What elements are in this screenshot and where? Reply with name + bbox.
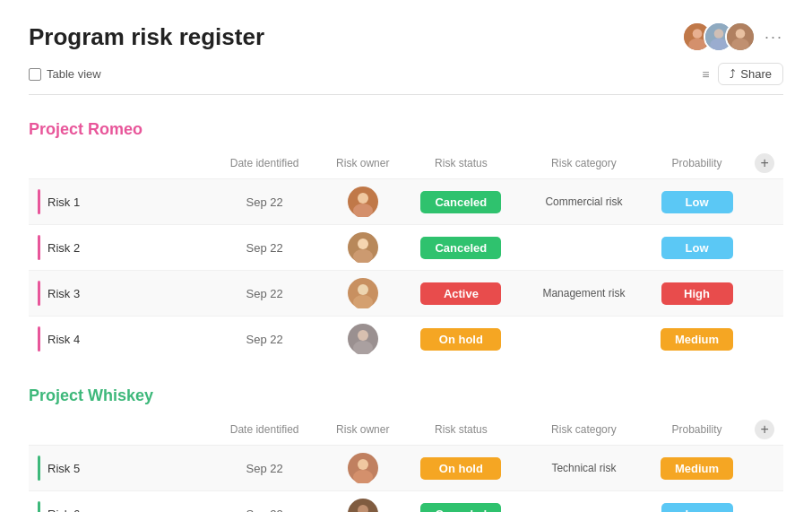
avatar-3[interactable] <box>725 22 756 52</box>
svg-point-22 <box>358 459 368 470</box>
add-row-button-whiskey[interactable]: + <box>755 420 774 439</box>
risk-status-cell[interactable]: Canceled <box>402 179 521 225</box>
more-options-button[interactable]: ··· <box>764 28 783 47</box>
probability-badge[interactable]: Low <box>661 237 733 259</box>
col-name-header <box>29 148 205 179</box>
risk-category-cell <box>520 491 648 513</box>
toolbar: Table view ≡ ⤴ Share <box>29 63 783 95</box>
svg-point-1 <box>693 29 703 39</box>
risk-action-cell <box>746 271 783 317</box>
probability-badge[interactable]: Low <box>661 191 733 213</box>
risk-probability-cell[interactable]: Low <box>648 225 747 271</box>
user-avatars <box>682 22 756 52</box>
risk-category-cell: Commercial risk <box>520 179 648 225</box>
risk-name-cell: Risk 6 <box>29 491 205 513</box>
risk-owner-cell[interactable] <box>324 446 402 491</box>
risk-name[interactable]: Risk 3 <box>48 287 80 300</box>
owner-avatar <box>348 187 378 217</box>
share-icon: ⤴ <box>730 67 736 81</box>
romeo-table: Date identified Risk owner Risk status R… <box>29 148 783 361</box>
project-romeo-title: Project Romeo <box>29 120 783 139</box>
project-romeo-section: Project Romeo Date identified Risk owner… <box>29 120 783 361</box>
share-button[interactable]: ⤴ Share <box>718 63 783 85</box>
page-header: Program risk register <box>29 22 783 52</box>
row-indicator <box>38 235 40 260</box>
status-badge[interactable]: On hold <box>420 328 501 351</box>
risk-probability-cell[interactable]: Low <box>648 491 747 513</box>
table-row: Risk 3 Sep 22 Active Management risk Hig… <box>29 271 783 317</box>
col-status-header: Risk status <box>402 148 521 179</box>
risk-action-cell <box>746 179 783 225</box>
risk-owner-cell[interactable] <box>324 271 402 317</box>
whiskey-table: Date identified Risk owner Risk status R… <box>29 414 783 512</box>
svg-point-10 <box>358 193 368 204</box>
risk-action-cell <box>746 446 783 491</box>
risk-name[interactable]: Risk 5 <box>48 462 80 475</box>
table-row: Risk 6 Sep 22 Canceled Low <box>29 491 783 513</box>
table-row: Risk 4 Sep 22 On hold Medium <box>29 317 783 362</box>
share-label: Share <box>740 67 772 81</box>
risk-name[interactable]: Risk 4 <box>48 333 80 346</box>
checkbox-icon <box>29 68 41 81</box>
risk-category-cell <box>520 225 648 271</box>
status-badge[interactable]: Canceled <box>420 237 501 259</box>
svg-point-7 <box>736 29 746 39</box>
risk-action-cell <box>746 317 783 362</box>
status-badge[interactable]: Canceled <box>420 503 501 513</box>
risk-probability-cell[interactable]: Low <box>648 179 747 225</box>
risk-probability-cell[interactable]: High <box>648 271 747 317</box>
risk-probability-cell[interactable]: Medium <box>648 317 747 362</box>
project-whiskey-title: Project Whiskey <box>29 386 783 405</box>
risk-status-cell[interactable]: Canceled <box>402 225 521 271</box>
risk-status-cell[interactable]: On hold <box>402 317 521 362</box>
probability-badge[interactable]: Medium <box>661 328 733 351</box>
svg-point-4 <box>714 29 724 39</box>
col-probability-header-w: Probability <box>648 414 747 446</box>
status-badge[interactable]: Canceled <box>420 191 501 213</box>
svg-point-13 <box>358 239 368 249</box>
risk-owner-cell[interactable] <box>324 317 402 362</box>
table-view-button[interactable]: Table view <box>29 67 101 81</box>
table-row: Risk 1 Sep 22 Canceled Commercial risk L… <box>29 179 783 225</box>
risk-status-cell[interactable]: Active <box>402 271 521 317</box>
table-view-label: Table view <box>47 67 101 81</box>
risk-name-cell: Risk 1 <box>29 179 205 225</box>
risk-owner-cell[interactable] <box>324 225 402 271</box>
risk-probability-cell[interactable]: Medium <box>648 446 747 491</box>
probability-badge[interactable]: Medium <box>661 457 733 480</box>
col-status-header-w: Risk status <box>402 414 521 446</box>
probability-badge[interactable]: Low <box>661 503 733 513</box>
risk-status-cell[interactable]: On hold <box>402 446 521 491</box>
risk-name[interactable]: Risk 2 <box>48 241 80 255</box>
row-indicator <box>38 189 40 214</box>
col-name-header-w <box>29 414 205 446</box>
svg-point-16 <box>358 284 368 295</box>
risk-date-cell: Sep 22 <box>205 271 324 317</box>
owner-avatar <box>348 232 378 263</box>
probability-badge[interactable]: High <box>661 282 733 305</box>
add-row-button-romeo[interactable]: + <box>755 153 774 173</box>
filter-icon[interactable]: ≡ <box>702 67 709 82</box>
status-badge[interactable]: Active <box>420 282 501 305</box>
risk-owner-cell[interactable] <box>324 179 402 225</box>
risk-owner-cell[interactable] <box>324 491 402 513</box>
svg-point-19 <box>358 330 368 341</box>
header-right: ··· <box>682 22 783 52</box>
risk-category-cell: Management risk <box>520 271 648 317</box>
risk-category-cell <box>520 317 648 362</box>
row-indicator <box>38 456 40 481</box>
risk-name-cell: Risk 4 <box>29 317 205 362</box>
status-badge[interactable]: On hold <box>420 457 501 480</box>
row-indicator <box>38 501 40 512</box>
whiskey-table-header: Date identified Risk owner Risk status R… <box>29 414 783 446</box>
row-indicator <box>38 281 40 306</box>
col-category-header-w: Risk category <box>520 414 648 446</box>
risk-name-cell: Risk 3 <box>29 271 205 317</box>
risk-name[interactable]: Risk 1 <box>48 195 80 209</box>
romeo-table-header: Date identified Risk owner Risk status R… <box>29 148 783 179</box>
owner-avatar <box>348 278 378 308</box>
risk-name[interactable]: Risk 6 <box>48 508 80 513</box>
risk-status-cell[interactable]: Canceled <box>402 491 521 513</box>
risk-date-cell: Sep 22 <box>205 446 324 491</box>
owner-avatar <box>348 453 378 483</box>
